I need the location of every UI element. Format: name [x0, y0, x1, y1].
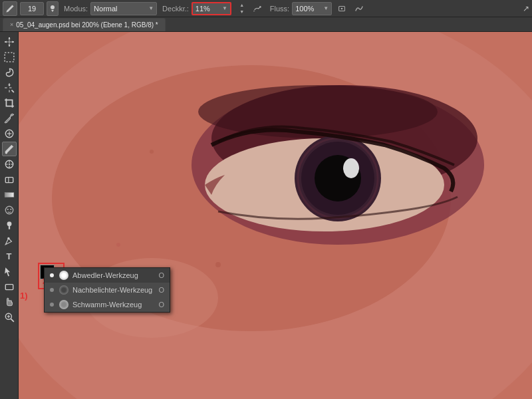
svg-point-26 — [10, 209, 11, 210]
brush-preset-icon[interactable] — [47, 1, 59, 16]
fluss-value: 100% — [295, 5, 314, 13]
svg-rect-30 — [5, 285, 13, 290]
svg-point-14 — [5, 152, 7, 154]
tool-crop[interactable] — [2, 96, 17, 110]
cursor-arrow: ↗ — [523, 4, 529, 13]
tool-hand[interactable] — [2, 295, 17, 309]
tool-dodge[interactable] — [2, 218, 17, 233]
modus-label: Modus: — [64, 5, 88, 13]
tab-title: 05_04_augen.psd bei 200% (Ebene 1, RGB/8… — [16, 21, 158, 29]
canvas-image — [19, 32, 532, 399]
tool-blur[interactable] — [2, 203, 17, 217]
svg-line-6 — [11, 90, 13, 92]
tool-clone[interactable] — [2, 157, 17, 172]
deckkr-dropdown[interactable]: 11% ▼ — [192, 2, 231, 15]
main-toolbar: 19 Modus: Normal ▼ Deckkr.: 11% ▼ ▲ ▼ Fl… — [0, 0, 532, 17]
tools-panel: T — [0, 32, 19, 399]
svg-point-25 — [7, 209, 8, 210]
brush-size-box[interactable]: 19 — [20, 2, 44, 15]
svg-rect-21 — [5, 178, 13, 183]
tool-magic-wand[interactable] — [2, 80, 17, 95]
deckkr-up-arrow[interactable]: ▲ — [237, 2, 247, 9]
popup-dodge-icon — [59, 271, 68, 280]
popup-item-dodge[interactable]: Abwedler-Werkzeug O — [45, 268, 170, 283]
popup-selected-dot — [50, 273, 54, 277]
popup-item-burn[interactable]: Nachbelichter-Werkzeug O — [45, 283, 170, 297]
tool-lasso[interactable] — [2, 65, 17, 80]
airbrush-icon[interactable] — [250, 1, 265, 16]
tool-move[interactable] — [2, 35, 17, 49]
deckkr-dropdown-arrow: ▼ — [222, 5, 227, 11]
tool-shape[interactable] — [2, 279, 17, 294]
svg-point-49 — [116, 243, 120, 247]
popup-burn-shortcut: O — [158, 286, 164, 294]
tool-zoom[interactable] — [2, 310, 17, 325]
svg-rect-5 — [5, 53, 14, 62]
canvas-area[interactable]: 2) 1) Abwedler-Werkzeug O Nachbelichter-… — [19, 32, 532, 399]
tool-path-select[interactable] — [2, 264, 17, 279]
deckkr-value: 11% — [196, 5, 210, 13]
modus-dropdown[interactable]: Normal ▼ — [90, 2, 157, 15]
tablet-pressure-icon[interactable] — [334, 1, 349, 16]
popup-burn-icon — [59, 285, 68, 295]
svg-point-0 — [51, 5, 55, 9]
fluss-label: Fluss: — [270, 5, 289, 13]
smoothing-icon[interactable] — [352, 1, 366, 16]
popup-sponge-shortcut: O — [158, 301, 164, 309]
tool-eyedropper[interactable] — [2, 111, 17, 126]
tool-text[interactable]: T — [2, 249, 17, 263]
svg-rect-23 — [5, 193, 14, 198]
deckkr-label: Deckkr.: — [162, 5, 189, 13]
fluss-dropdown[interactable]: 100% ▼ — [292, 2, 332, 15]
brush-size-value: 19 — [28, 5, 36, 13]
svg-point-27 — [7, 221, 11, 226]
eye-svg — [19, 32, 532, 399]
tool-pen[interactable] — [2, 233, 17, 248]
svg-marker-1 — [51, 10, 54, 12]
svg-point-2 — [259, 6, 261, 8]
annotation-1: 1) — [20, 291, 28, 301]
document-tab[interactable]: × 05_04_augen.psd bei 200% (Ebene 1, RGB… — [3, 18, 166, 31]
deckkr-down-arrow[interactable]: ▼ — [237, 9, 247, 15]
popup-sponge-label: Schwamm-Werkzeug — [72, 301, 142, 309]
popup-dodge-label: Abwedler-Werkzeug — [72, 271, 138, 279]
tool-marquee[interactable] — [2, 50, 17, 65]
svg-line-32 — [11, 319, 14, 322]
brush-tool-icon[interactable] — [3, 1, 17, 16]
text-tool-label: T — [7, 251, 12, 261]
svg-rect-28 — [8, 226, 9, 229]
deckkr-arrows[interactable]: ▲ ▼ — [237, 2, 247, 15]
fluss-dropdown-arrow: ▼ — [323, 5, 329, 11]
svg-point-47 — [150, 150, 154, 154]
tool-popup-menu: Abwedler-Werkzeug O Nachbelichter-Werkze… — [44, 267, 170, 313]
svg-point-29 — [7, 237, 9, 239]
svg-point-4 — [341, 7, 343, 9]
tab-bar: × 05_04_augen.psd bei 200% (Ebene 1, RGB… — [0, 17, 532, 32]
popup-sponge-icon — [59, 300, 68, 309]
svg-point-48 — [215, 262, 221, 267]
popup-dodge-shortcut: O — [158, 271, 164, 279]
popup-burn-dot — [50, 288, 54, 292]
svg-point-46 — [343, 158, 359, 178]
svg-point-16 — [8, 164, 9, 165]
popup-burn-label: Nachbelichter-Werkzeug — [72, 286, 152, 294]
tool-brush[interactable] — [2, 142, 17, 156]
popup-sponge-dot — [50, 303, 54, 307]
popup-item-sponge[interactable]: Schwamm-Werkzeug O — [45, 297, 170, 312]
tab-close-icon[interactable]: × — [10, 21, 13, 28]
modus-value: Normal — [94, 5, 117, 13]
modus-dropdown-arrow: ▼ — [148, 5, 154, 11]
main-area: T — [0, 32, 532, 399]
tool-gradient[interactable] — [2, 188, 17, 202]
tool-eraser[interactable] — [2, 172, 17, 187]
tool-spot-heal[interactable] — [2, 126, 17, 141]
